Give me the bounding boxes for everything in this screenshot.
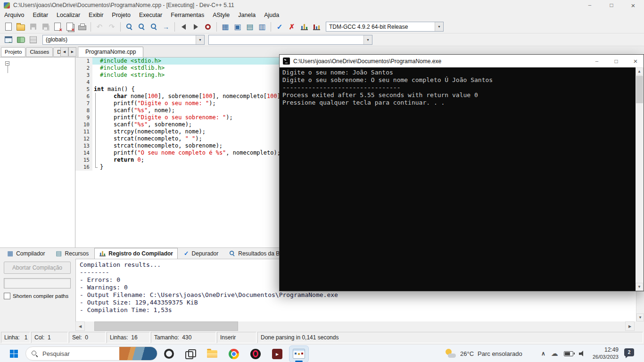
close-file-button[interactable]: [52, 21, 63, 33]
chrome-taskbar-button[interactable]: [224, 346, 243, 362]
panel-tab-projeto[interactable]: Projeto: [1, 47, 25, 57]
console-minimize-button[interactable]: [589, 55, 605, 67]
console-scroll-thumb[interactable]: [636, 76, 643, 103]
panel-tab-classes[interactable]: Classes: [26, 47, 53, 57]
sun-cloud-icon: [445, 348, 456, 359]
hscroll-thumb[interactable]: [94, 321, 238, 331]
open-book-button[interactable]: [15, 34, 26, 45]
goto-icon: [163, 23, 169, 31]
compile-log-line: - Output Size: 129,443359375 KiB: [80, 299, 640, 306]
circle-app-taskbar-button[interactable]: [159, 346, 178, 362]
globals-dropdown[interactable]: (globals): [42, 35, 205, 45]
tab-compilador[interactable]: Compilador: [2, 248, 50, 259]
chevron-up-icon[interactable]: [541, 350, 545, 357]
previous-error-button[interactable]: [178, 21, 189, 33]
replace-button[interactable]: [136, 21, 147, 33]
profiling-analysis-button[interactable]: [311, 21, 322, 33]
goto-line-button[interactable]: [160, 21, 172, 33]
members-dropdown[interactable]: [208, 35, 372, 45]
devcpp-taskbar-button[interactable]: [289, 346, 308, 362]
find-button[interactable]: [124, 21, 135, 33]
project-options-button[interactable]: [256, 21, 268, 33]
scroll-up-icon[interactable]: [636, 67, 643, 75]
compiler-dropdown[interactable]: TDM-GCC 4.9.2 64-bit Release: [326, 22, 444, 32]
menu-item-projeto[interactable]: Projeto: [107, 10, 135, 20]
panel-tabs: ProjetoClassesDe: [1, 47, 60, 57]
scroll-down-icon[interactable]: [636, 313, 644, 321]
editor-tab[interactable]: ProgramaNome.cpp: [78, 47, 143, 57]
console-maximize-button[interactable]: [608, 55, 624, 67]
save-button[interactable]: [27, 21, 39, 33]
minimize-button[interactable]: [579, 0, 601, 10]
notification-button[interactable]: 2: [624, 348, 637, 359]
console-line: Process exited after 5.55 seconds with r…: [282, 91, 633, 99]
maximize-button[interactable]: [601, 0, 622, 10]
menu-item-ajuda[interactable]: Ajuda: [260, 10, 283, 20]
new-source-button[interactable]: [3, 21, 14, 33]
chevron-down-icon[interactable]: [435, 22, 443, 31]
chevron-down-icon[interactable]: [363, 35, 372, 44]
undo-button[interactable]: [94, 21, 105, 33]
battery-icon[interactable]: [564, 351, 573, 356]
menu-item-localizar[interactable]: Localizar: [52, 10, 84, 20]
line-number: 13: [75, 142, 92, 149]
panel-tab-de[interactable]: De: [53, 47, 60, 57]
horizontal-scrollbar[interactable]: [75, 321, 644, 331]
menu-item-janela[interactable]: Janela: [234, 10, 260, 20]
console-output[interactable]: Digite o seu nome: João SantosDigite o s…: [280, 67, 644, 291]
print-button[interactable]: [76, 21, 88, 33]
menu-item-astyle[interactable]: AStyle: [208, 10, 234, 20]
open-file-button[interactable]: [15, 21, 26, 33]
find-next-button[interactable]: [148, 21, 159, 33]
new-project-button[interactable]: [220, 21, 231, 33]
taskbar-search[interactable]: Pesquisar: [25, 346, 157, 361]
abort-button[interactable]: [202, 21, 214, 33]
line-number: 9: [75, 114, 92, 121]
jump-back-button[interactable]: [3, 34, 14, 45]
shorten-paths-checkbox[interactable]: [4, 293, 10, 299]
console-close-button[interactable]: [627, 55, 644, 67]
menu-item-arquivo[interactable]: Arquivo: [0, 10, 28, 20]
window-arrow-icon: [5, 36, 12, 43]
scroll-down-icon[interactable]: [636, 283, 643, 291]
search-highlight-image[interactable]: [119, 346, 157, 361]
task-view-taskbar-button[interactable]: [181, 346, 200, 362]
tab-registro-do-compilador[interactable]: Registro do Compilador: [94, 248, 178, 259]
redo-button[interactable]: [106, 21, 117, 33]
abort-compile-button[interactable]: Abortar Compilação: [4, 262, 71, 274]
cloud-icon[interactable]: [551, 349, 558, 358]
save-all-button[interactable]: [40, 21, 51, 33]
close-all-button[interactable]: [64, 21, 75, 33]
add-to-project-button[interactable]: [244, 21, 256, 33]
console-scrollbar[interactable]: [636, 67, 644, 291]
clean-button[interactable]: [286, 21, 297, 33]
menu-item-ferramentas[interactable]: Ferramentas: [166, 10, 208, 20]
compiler-dropdown-value: TDM-GCC 4.9.2 64-bit Release: [329, 24, 408, 30]
tab-recursos[interactable]: Recursos: [50, 248, 93, 259]
next-error-button[interactable]: [190, 21, 201, 33]
scroll-right-icon[interactable]: [625, 321, 635, 331]
close-button[interactable]: [622, 0, 644, 10]
taskbar-clock[interactable]: 12:49 26/03/2023: [586, 346, 619, 360]
panel-tabs-scroll-right[interactable]: [68, 47, 76, 57]
remove-from-project-button[interactable]: [232, 21, 243, 33]
file-explorer-taskbar-button[interactable]: [203, 346, 222, 362]
menu-item-exibir[interactable]: Exibir: [84, 10, 107, 20]
profile-button[interactable]: [298, 21, 310, 33]
main-toolbar: TDM-GCC 4.9.2 64-bit Release: [0, 20, 644, 33]
panel-tabs-scroll-left[interactable]: [60, 47, 68, 57]
tab-depurador[interactable]: Depurador: [179, 248, 223, 259]
volume-icon[interactable]: [579, 350, 587, 357]
todo-list-button[interactable]: [27, 34, 39, 45]
menu-item-executar[interactable]: Executar: [135, 10, 166, 20]
weather-widget[interactable]: 26°C Parc ensolarado: [445, 345, 522, 362]
hscroll-track[interactable]: [85, 321, 625, 331]
chevron-down-icon[interactable]: [196, 35, 204, 44]
compile-button[interactable]: [274, 21, 285, 33]
tab-label: Compilador: [16, 250, 45, 257]
opera-taskbar-button[interactable]: [246, 346, 265, 362]
media-app-taskbar-button[interactable]: [268, 346, 287, 362]
start-button[interactable]: [5, 347, 23, 360]
scroll-left-icon[interactable]: [75, 321, 85, 331]
menu-item-editar[interactable]: Editar: [28, 10, 52, 20]
